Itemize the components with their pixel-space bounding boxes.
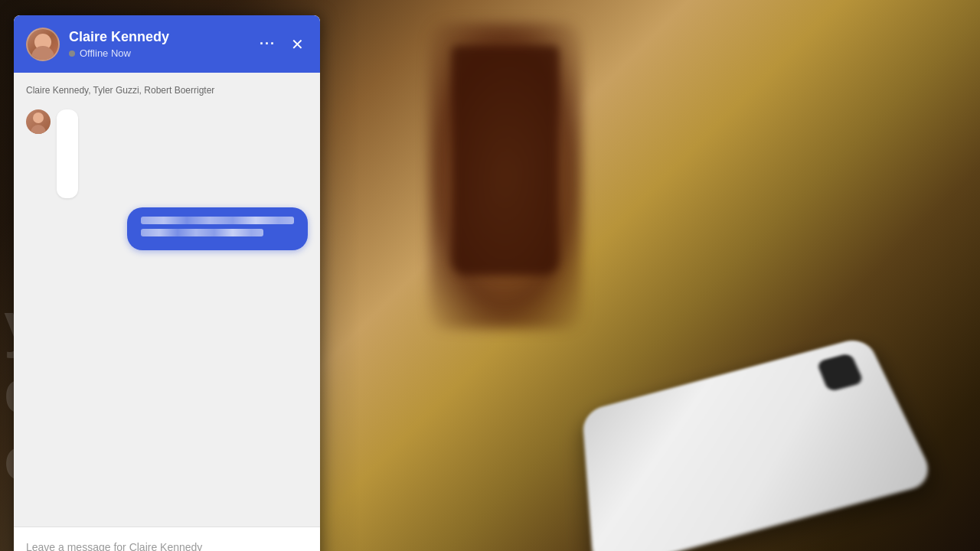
msg-avatar-face (33, 112, 44, 123)
message-sender-avatar (26, 109, 51, 134)
msg-avatar-body (31, 125, 46, 134)
chat-header: Claire Kennedy Offline Now ··· ✕ (14, 15, 320, 73)
chat-footer: Leave a message for Claire Kennedy (14, 527, 320, 551)
outgoing-message-wrapper (26, 207, 308, 250)
participants-label: Claire Kennedy, Tyler Guzzi, Robert Boer… (26, 85, 308, 96)
header-actions: ··· ✕ (260, 34, 308, 55)
more-options-button[interactable]: ··· (260, 36, 276, 52)
out-line-2 (141, 229, 263, 236)
avatar-body (31, 46, 54, 61)
close-button[interactable]: ✕ (286, 34, 308, 55)
status-dot-icon (69, 51, 75, 57)
message-input-placeholder[interactable]: Leave a message for Claire Kennedy (26, 541, 202, 552)
out-line-1 (141, 217, 294, 224)
iphone-camera (816, 353, 864, 392)
chat-body: Claire Kennedy, Tyler Guzzi, Robert Boer… (14, 73, 320, 527)
glass-body (452, 46, 559, 276)
incoming-message-group (26, 109, 308, 198)
status-row: Offline Now (69, 47, 260, 59)
contact-avatar (26, 28, 60, 61)
header-info: Claire Kennedy Offline Now (69, 29, 260, 60)
incoming-message-bubble (57, 109, 78, 198)
chat-panel: Claire Kennedy Offline Now ··· ✕ Claire … (14, 15, 320, 551)
status-text: Offline Now (80, 47, 131, 59)
outgoing-message-bubble (127, 207, 308, 250)
contact-name: Claire Kennedy (69, 29, 260, 46)
